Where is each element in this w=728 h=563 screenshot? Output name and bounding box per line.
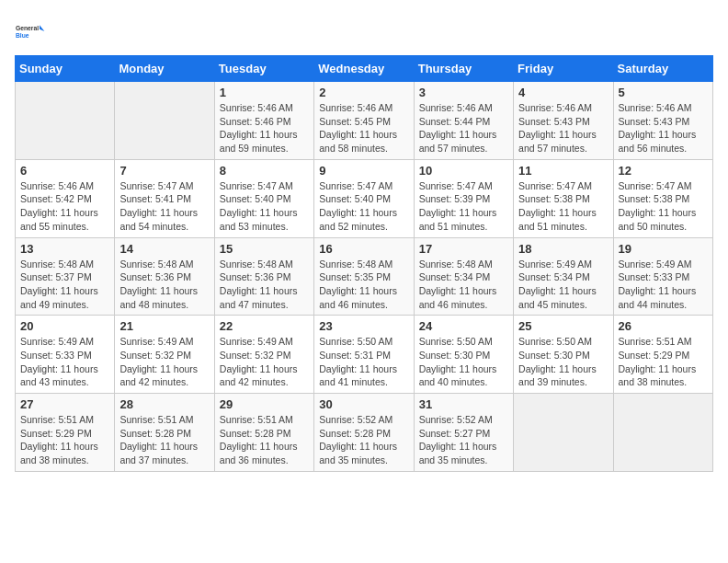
day-number: 4 [518, 86, 608, 99]
day-number: 24 [419, 319, 508, 333]
calendar-cell: 30Sunrise: 5:52 AM Sunset: 5:28 PM Dayli… [314, 394, 414, 472]
calendar-cell: 3Sunrise: 5:46 AM Sunset: 5:44 PM Daylig… [414, 82, 513, 160]
calendar-cell: 8Sunrise: 5:47 AM Sunset: 5:40 PM Daylig… [214, 159, 313, 237]
weekday-header-friday: Friday [514, 56, 613, 82]
day-number: 26 [619, 319, 708, 333]
calendar-cell [613, 394, 712, 472]
day-number: 19 [619, 242, 708, 256]
svg-text:Blue: Blue [16, 32, 29, 39]
day-number: 31 [419, 397, 508, 411]
weekday-header-row: SundayMondayTuesdayWednesdayThursdayFrid… [16, 56, 713, 82]
day-number: 7 [119, 164, 209, 178]
day-info: Sunrise: 5:49 AM Sunset: 5:32 PM Dayligh… [220, 335, 309, 389]
day-number: 17 [419, 242, 508, 256]
day-number: 14 [119, 242, 209, 256]
calendar-cell [514, 394, 613, 472]
calendar-cell: 27Sunrise: 5:51 AM Sunset: 5:29 PM Dayli… [16, 394, 115, 472]
day-number: 8 [220, 164, 309, 178]
calendar-cell: 26Sunrise: 5:51 AM Sunset: 5:29 PM Dayli… [613, 316, 712, 394]
day-info: Sunrise: 5:48 AM Sunset: 5:35 PM Dayligh… [319, 258, 408, 312]
calendar-cell: 12Sunrise: 5:47 AM Sunset: 5:38 PM Dayli… [613, 159, 712, 237]
calendar-table: SundayMondayTuesdayWednesdayThursdayFrid… [15, 55, 713, 472]
calendar-cell: 29Sunrise: 5:51 AM Sunset: 5:28 PM Dayli… [214, 394, 313, 472]
calendar-cell: 18Sunrise: 5:49 AM Sunset: 5:34 PM Dayli… [514, 237, 613, 316]
day-info: Sunrise: 5:47 AM Sunset: 5:38 PM Dayligh… [619, 179, 708, 234]
day-number: 6 [20, 164, 109, 178]
day-info: Sunrise: 5:46 AM Sunset: 5:45 PM Dayligh… [319, 101, 408, 155]
calendar-cell: 9Sunrise: 5:47 AM Sunset: 5:40 PM Daylig… [314, 159, 414, 237]
calendar-cell: 15Sunrise: 5:48 AM Sunset: 5:36 PM Dayli… [214, 237, 313, 316]
svg-text:General: General [16, 25, 39, 31]
day-number: 12 [619, 164, 708, 178]
day-info: Sunrise: 5:49 AM Sunset: 5:32 PM Dayligh… [119, 335, 209, 389]
day-number: 22 [220, 319, 309, 333]
calendar-cell: 4Sunrise: 5:46 AM Sunset: 5:43 PM Daylig… [514, 82, 613, 160]
logo-icon: GeneralBlue [15, 15, 48, 48]
day-info: Sunrise: 5:49 AM Sunset: 5:33 PM Dayligh… [619, 258, 708, 312]
day-number: 29 [220, 397, 309, 411]
calendar-cell: 21Sunrise: 5:49 AM Sunset: 5:32 PM Dayli… [115, 316, 214, 394]
calendar-week-row: 1Sunrise: 5:46 AM Sunset: 5:46 PM Daylig… [16, 82, 713, 160]
day-number: 13 [20, 242, 109, 256]
calendar-cell: 19Sunrise: 5:49 AM Sunset: 5:33 PM Dayli… [613, 237, 712, 316]
svg-marker-2 [40, 25, 44, 31]
day-number: 11 [518, 164, 608, 178]
day-info: Sunrise: 5:49 AM Sunset: 5:34 PM Dayligh… [518, 258, 608, 312]
weekday-header-tuesday: Tuesday [214, 56, 313, 82]
day-info: Sunrise: 5:52 AM Sunset: 5:27 PM Dayligh… [419, 413, 508, 467]
day-number: 5 [619, 86, 708, 99]
calendar-week-row: 27Sunrise: 5:51 AM Sunset: 5:29 PM Dayli… [16, 394, 713, 472]
calendar-cell: 2Sunrise: 5:46 AM Sunset: 5:45 PM Daylig… [314, 82, 414, 160]
day-info: Sunrise: 5:46 AM Sunset: 5:44 PM Dayligh… [419, 101, 508, 155]
day-info: Sunrise: 5:47 AM Sunset: 5:41 PM Dayligh… [119, 179, 209, 234]
day-info: Sunrise: 5:51 AM Sunset: 5:29 PM Dayligh… [20, 413, 109, 467]
day-info: Sunrise: 5:52 AM Sunset: 5:28 PM Dayligh… [319, 413, 408, 467]
day-info: Sunrise: 5:47 AM Sunset: 5:40 PM Dayligh… [319, 179, 408, 234]
calendar-cell [16, 82, 115, 160]
day-number: 27 [20, 397, 109, 411]
calendar-cell: 25Sunrise: 5:50 AM Sunset: 5:30 PM Dayli… [514, 316, 613, 394]
calendar-cell: 1Sunrise: 5:46 AM Sunset: 5:46 PM Daylig… [214, 82, 313, 160]
calendar-cell: 20Sunrise: 5:49 AM Sunset: 5:33 PM Dayli… [16, 316, 115, 394]
day-info: Sunrise: 5:47 AM Sunset: 5:39 PM Dayligh… [419, 179, 508, 234]
calendar-cell [115, 82, 214, 160]
day-info: Sunrise: 5:48 AM Sunset: 5:34 PM Dayligh… [419, 258, 508, 312]
calendar-cell: 16Sunrise: 5:48 AM Sunset: 5:35 PM Dayli… [314, 237, 414, 316]
day-number: 30 [319, 397, 408, 411]
day-number: 9 [319, 164, 408, 178]
day-info: Sunrise: 5:50 AM Sunset: 5:30 PM Dayligh… [518, 335, 608, 389]
day-number: 16 [319, 242, 408, 256]
calendar-cell: 13Sunrise: 5:48 AM Sunset: 5:37 PM Dayli… [16, 237, 115, 316]
day-info: Sunrise: 5:48 AM Sunset: 5:37 PM Dayligh… [20, 258, 109, 312]
day-number: 2 [319, 86, 408, 99]
day-number: 28 [119, 397, 209, 411]
weekday-header-saturday: Saturday [613, 56, 712, 82]
day-info: Sunrise: 5:50 AM Sunset: 5:31 PM Dayligh… [319, 335, 408, 389]
calendar-cell: 23Sunrise: 5:50 AM Sunset: 5:31 PM Dayli… [314, 316, 414, 394]
calendar-week-row: 13Sunrise: 5:48 AM Sunset: 5:37 PM Dayli… [16, 237, 713, 316]
day-number: 20 [20, 319, 109, 333]
weekday-header-wednesday: Wednesday [314, 56, 414, 82]
day-number: 25 [518, 319, 608, 333]
day-info: Sunrise: 5:51 AM Sunset: 5:28 PM Dayligh… [119, 413, 209, 467]
day-info: Sunrise: 5:51 AM Sunset: 5:28 PM Dayligh… [220, 413, 309, 467]
day-info: Sunrise: 5:46 AM Sunset: 5:46 PM Dayligh… [220, 101, 309, 155]
day-info: Sunrise: 5:48 AM Sunset: 5:36 PM Dayligh… [220, 258, 309, 312]
day-info: Sunrise: 5:49 AM Sunset: 5:33 PM Dayligh… [20, 335, 109, 389]
day-number: 10 [419, 164, 508, 178]
calendar-cell: 31Sunrise: 5:52 AM Sunset: 5:27 PM Dayli… [414, 394, 513, 472]
day-number: 3 [419, 86, 508, 99]
day-info: Sunrise: 5:46 AM Sunset: 5:42 PM Dayligh… [20, 179, 109, 234]
day-number: 21 [119, 319, 209, 333]
page-header: GeneralBlue [15, 15, 713, 48]
weekday-header-thursday: Thursday [414, 56, 513, 82]
calendar-cell: 5Sunrise: 5:46 AM Sunset: 5:43 PM Daylig… [613, 82, 712, 160]
calendar-cell: 22Sunrise: 5:49 AM Sunset: 5:32 PM Dayli… [214, 316, 313, 394]
day-info: Sunrise: 5:50 AM Sunset: 5:30 PM Dayligh… [419, 335, 508, 389]
logo: GeneralBlue [15, 15, 48, 48]
day-number: 15 [220, 242, 309, 256]
day-info: Sunrise: 5:51 AM Sunset: 5:29 PM Dayligh… [619, 335, 708, 389]
calendar-cell: 24Sunrise: 5:50 AM Sunset: 5:30 PM Dayli… [414, 316, 513, 394]
day-info: Sunrise: 5:47 AM Sunset: 5:40 PM Dayligh… [220, 179, 309, 234]
calendar-cell: 10Sunrise: 5:47 AM Sunset: 5:39 PM Dayli… [414, 159, 513, 237]
